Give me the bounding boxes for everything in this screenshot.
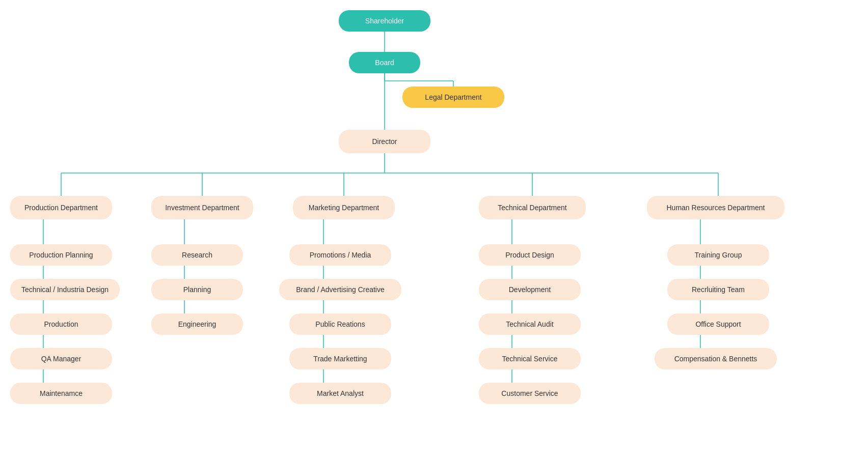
recruiting-team-node: Recrluiting Team bbox=[667, 279, 769, 300]
customer-service-node: Customer Service bbox=[479, 383, 581, 404]
technical-dept-node: Technical Department bbox=[479, 196, 586, 219]
marketing-dept-label: Marketing Department bbox=[309, 204, 379, 212]
planning-node: Planning bbox=[151, 279, 243, 300]
director-node: Director bbox=[339, 130, 430, 153]
promotions-media-node: Promotions / Media bbox=[289, 244, 391, 266]
hr-dept-node: Human Resources Department bbox=[647, 196, 784, 219]
trade-marketing-node: Trade Marketting bbox=[289, 348, 391, 369]
shareholder-label: Shareholder bbox=[365, 17, 404, 25]
marketing-dept-node: Marketing Department bbox=[293, 196, 395, 219]
compensation-node: Compensation & Bennetts bbox=[655, 348, 777, 369]
production-planning-node: Production Planning bbox=[10, 244, 112, 266]
brand-adv-creative-node: Brand / Advertising Creative bbox=[279, 279, 401, 300]
investment-dept-node: Investment Department bbox=[151, 196, 253, 219]
production-node: Production bbox=[10, 313, 112, 335]
engineering-node: Engineering bbox=[151, 313, 243, 335]
product-design-node: Product Design bbox=[479, 244, 581, 266]
tech-industria-design-node: Technical / Industria Design bbox=[10, 279, 120, 300]
director-label: Director bbox=[372, 137, 397, 146]
technical-service-node: Technical Service bbox=[479, 348, 581, 369]
technical-audit-node: Technical Audit bbox=[479, 313, 581, 335]
legal-dept-node: Legal Department bbox=[402, 87, 504, 108]
market-analyst-node: Market Analyst bbox=[289, 383, 391, 404]
investment-dept-label: Investment Department bbox=[165, 204, 239, 212]
development-node: Development bbox=[479, 279, 581, 300]
board-label: Board bbox=[375, 59, 394, 67]
org-chart: Shareholder Board Legal Department Direc… bbox=[0, 0, 868, 459]
maintenance-node: Maintenamce bbox=[10, 383, 112, 404]
production-dept-label: Production Department bbox=[24, 204, 98, 212]
shareholder-node: Shareholder bbox=[339, 10, 430, 32]
technical-dept-label: Technical Department bbox=[498, 204, 566, 212]
production-dept-node: Production Department bbox=[10, 196, 112, 219]
board-node: Board bbox=[349, 52, 420, 73]
office-support-node: Office Support bbox=[667, 313, 769, 335]
connector-lines bbox=[0, 0, 868, 459]
legal-dept-label: Legal Department bbox=[425, 93, 481, 101]
research-node: Research bbox=[151, 244, 243, 266]
qa-manager-node: QA Manager bbox=[10, 348, 112, 369]
training-group-node: Training Group bbox=[667, 244, 769, 266]
hr-dept-label: Human Resources Department bbox=[667, 204, 765, 212]
public-relations-node: Public Reations bbox=[289, 313, 391, 335]
